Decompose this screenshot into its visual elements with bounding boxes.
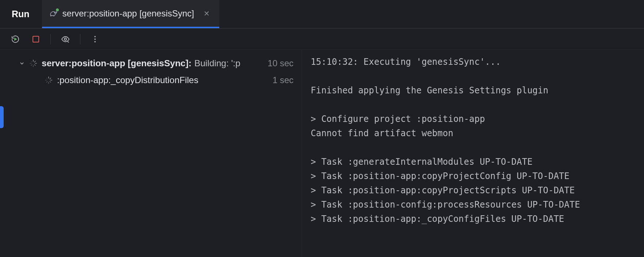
running-indicator-dot <box>56 8 59 12</box>
svg-point-4 <box>94 41 96 42</box>
stop-icon <box>33 36 39 42</box>
svg-point-1 <box>64 38 67 40</box>
svg-line-12 <box>31 61 32 62</box>
tree-root-duration: 10 sec <box>268 58 302 68</box>
svg-point-2 <box>94 36 96 37</box>
run-tab-bar: Run server:position-app [genesisSync] ✕ <box>0 0 644 29</box>
close-tab-button[interactable]: ✕ <box>201 8 212 19</box>
svg-line-6 <box>34 61 35 62</box>
rerun-button[interactable] <box>10 33 21 45</box>
loading-spinner-icon <box>29 59 37 67</box>
stop-button[interactable] <box>30 33 42 45</box>
svg-line-8 <box>34 64 35 66</box>
toolbar-separator <box>50 34 51 44</box>
tree-child-row[interactable]: :position-app:_copyDistributionFiles 1 s… <box>0 72 302 89</box>
svg-point-0 <box>54 12 55 13</box>
console-output[interactable]: 15:10:32: Executing 'genesisSync'... Fin… <box>302 50 644 257</box>
tree-root-name: server:position-app [genesisSync]: <box>42 58 192 68</box>
build-tree-panel: server:position-app [genesisSync]: Build… <box>0 50 302 257</box>
tree-child-name: :position-app:_copyDistributionFiles <box>57 75 198 85</box>
run-config-tab[interactable]: server:position-app [genesisSync] ✕ <box>42 0 219 28</box>
active-tool-indicator <box>0 106 4 128</box>
svg-line-14 <box>50 78 51 79</box>
tab-label: server:position-app [genesisSync] <box>62 8 194 19</box>
tree-root-row[interactable]: server:position-app [genesisSync]: Build… <box>0 55 302 72</box>
more-options-button[interactable] <box>89 33 101 45</box>
tree-root-status: Building: ':p <box>194 58 240 68</box>
gradle-icon <box>49 9 58 18</box>
svg-line-16 <box>50 81 51 82</box>
chevron-down-icon[interactable] <box>19 58 25 68</box>
svg-line-18 <box>46 81 48 82</box>
svg-line-20 <box>46 78 48 79</box>
tree-child-duration: 1 sec <box>273 75 302 85</box>
loading-spinner-icon <box>45 76 53 84</box>
run-panel-title[interactable]: Run <box>10 0 32 28</box>
toolbar-separator <box>80 34 80 44</box>
svg-point-3 <box>94 38 96 40</box>
run-toolbar <box>0 29 644 50</box>
svg-line-10 <box>31 64 32 66</box>
view-button[interactable] <box>60 33 71 45</box>
